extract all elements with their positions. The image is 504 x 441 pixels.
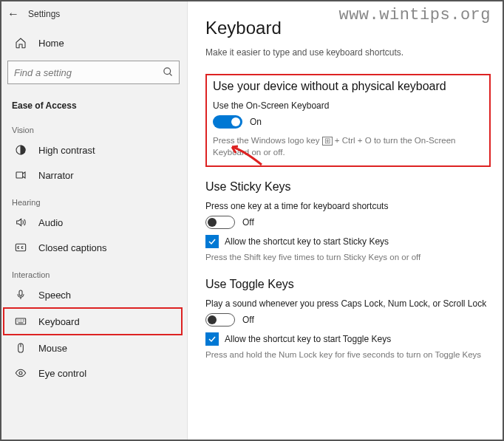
contrast-icon — [12, 144, 30, 156]
toggle-state: Off — [242, 217, 254, 228]
svg-rect-5 — [19, 290, 22, 295]
option-label: Use the On-Screen Keyboard — [213, 100, 482, 111]
sidebar-item-narrator[interactable]: Narrator — [0, 163, 187, 188]
home-icon — [12, 37, 30, 49]
checkbox-label: Allow the shortcut key to start Sticky K… — [225, 236, 389, 247]
group-label-hearing: Hearing — [0, 188, 187, 210]
page-subtitle: Make it easier to type and use keyboard … — [205, 47, 491, 58]
toggle-keys-section: Use Toggle Keys Play a sound whenever yo… — [205, 278, 491, 360]
section-heading: Use Toggle Keys — [205, 278, 491, 291]
svg-point-0 — [164, 68, 171, 75]
toggle-keys-toggle[interactable] — [205, 313, 235, 327]
sidebar-item-label: Closed captions — [38, 242, 107, 253]
watermark: www.wintips.org — [338, 6, 491, 24]
mouse-icon — [12, 342, 30, 354]
audio-icon — [12, 216, 30, 228]
search-field[interactable] — [7, 61, 180, 84]
sidebar-item-label: Keyboard — [38, 316, 80, 327]
sidebar-item-audio[interactable]: Audio — [0, 210, 187, 235]
sticky-keys-toggle[interactable] — [205, 216, 235, 229]
section-heading: Use your device without a physical keybo… — [213, 80, 482, 93]
svg-rect-4 — [16, 244, 25, 250]
sidebar-item-label: High contrast — [38, 145, 95, 156]
search-icon — [163, 66, 174, 81]
sidebar-item-home[interactable]: Home — [0, 28, 187, 58]
hint-text: Press the Windows logo key ⊞ + Ctrl + O … — [213, 134, 482, 158]
eye-icon — [12, 367, 30, 379]
hint-text: Press and hold the Num Lock key for five… — [205, 349, 491, 360]
toggle-state: Off — [242, 315, 254, 325]
sidebar-item-high-contrast[interactable]: High contrast — [0, 137, 187, 163]
window-title: Settings — [28, 9, 60, 19]
hint-text: Press the Shift key five times to turn S… — [205, 251, 491, 263]
group-label-vision: Vision — [0, 115, 187, 137]
group-label-interaction: Interaction — [0, 260, 187, 282]
sidebar-item-keyboard[interactable]: Keyboard — [4, 309, 181, 334]
checkbox-label: Allow the shortcut key to start Toggle K… — [225, 334, 391, 344]
option-label: Play a sound whenever you press Caps Loc… — [205, 298, 491, 309]
sidebar-item-speech[interactable]: Speech — [0, 282, 187, 307]
sidebar-item-label: Home — [38, 38, 64, 49]
sidebar-item-closed-captions[interactable]: Closed captions — [0, 235, 187, 260]
titlebar: ← Settings — [0, 4, 187, 28]
section-label: Ease of Access — [0, 93, 187, 115]
svg-line-1 — [169, 73, 171, 75]
windows-key-icon: ⊞ — [322, 137, 333, 146]
speech-icon — [12, 289, 30, 301]
sidebar: ← Settings Home Ease of Access Vision Hi… — [0, 0, 188, 441]
back-icon[interactable]: ← — [7, 7, 28, 21]
search-input[interactable] — [7, 61, 180, 84]
onscreen-keyboard-section: Use your device without a physical keybo… — [205, 74, 491, 167]
sidebar-item-label: Eye control — [38, 368, 86, 379]
toggle-keys-shortcut-checkbox[interactable] — [205, 332, 219, 346]
onscreen-keyboard-toggle[interactable] — [213, 115, 242, 129]
option-label: Press one key at a time for keyboard sho… — [205, 201, 491, 211]
narrator-icon — [12, 169, 30, 181]
sidebar-item-mouse[interactable]: Mouse — [0, 335, 187, 360]
sidebar-item-label: Audio — [38, 217, 63, 228]
toggle-state: On — [250, 117, 262, 127]
svg-rect-3 — [16, 172, 23, 178]
sticky-keys-section: Use Sticky Keys Press one key at a time … — [205, 180, 491, 263]
main-content: Keyboard Make it easier to type and use … — [188, 0, 504, 441]
section-heading: Use Sticky Keys — [205, 180, 491, 194]
keyboard-icon — [12, 315, 30, 327]
sticky-keys-shortcut-checkbox[interactable] — [205, 235, 219, 248]
sidebar-item-label: Speech — [38, 290, 71, 301]
sidebar-item-label: Mouse — [38, 343, 67, 354]
sidebar-item-label: Narrator — [38, 170, 74, 181]
svg-point-9 — [19, 372, 22, 375]
sidebar-item-eye-control[interactable]: Eye control — [0, 360, 187, 386]
captions-icon — [12, 242, 30, 253]
